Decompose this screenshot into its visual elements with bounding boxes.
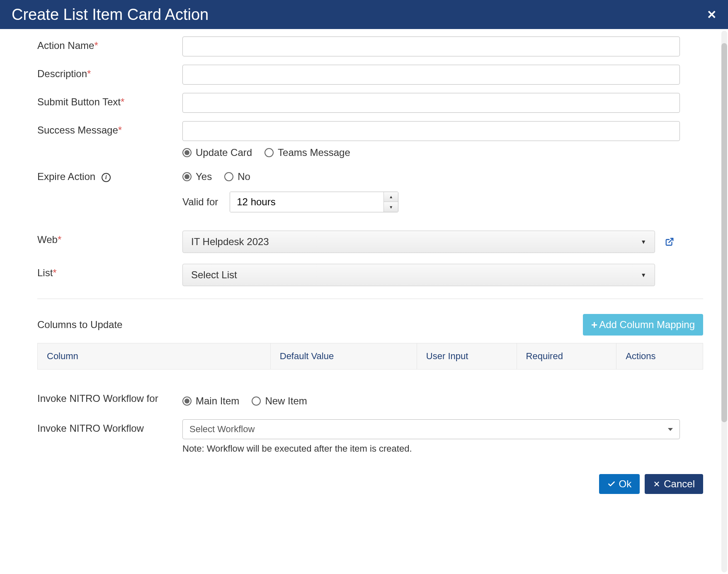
invoke-workflow-for-control: Main Item New Item	[182, 389, 703, 407]
radio-expire-yes[interactable]: Yes	[182, 171, 212, 182]
web-row: Web* IT Helpdesk 2023 ▼	[37, 231, 703, 253]
table-header-user-input[interactable]: User Input	[417, 343, 517, 370]
radio-main-item[interactable]: Main Item	[182, 395, 239, 407]
invoke-workflow-control: Select Workflow Note: Workflow will be e…	[182, 419, 703, 454]
valid-for-row: Valid for ▲ ▼	[182, 192, 703, 212]
success-message-row: Success Message*	[37, 121, 703, 141]
success-message-label: Success Message*	[37, 121, 182, 136]
list-control: Select List ▼	[182, 264, 703, 286]
radio-teams-message[interactable]: Teams Message	[265, 147, 350, 158]
chevron-down-icon: ▼	[641, 238, 646, 245]
invoke-workflow-select-text: Select Workflow	[189, 424, 255, 435]
message-type-radio-group: Update Card Teams Message	[182, 145, 703, 158]
radio-circle-icon	[252, 396, 261, 406]
radio-circle-icon	[224, 172, 233, 181]
invoke-workflow-row: Invoke NITRO Workflow Select Workflow No…	[37, 419, 703, 454]
valid-for-input[interactable]	[230, 192, 383, 212]
scrollbar-track[interactable]	[721, 31, 727, 572]
workflow-note: Note: Workflow will be executed after th…	[182, 443, 703, 454]
success-message-control	[182, 121, 703, 141]
invoke-workflow-label: Invoke NITRO Workflow	[37, 419, 182, 434]
table-header-default-value[interactable]: Default Value	[270, 343, 417, 370]
radio-expire-yes-label: Yes	[196, 171, 212, 182]
invoke-workflow-for-row: Invoke NITRO Workflow for Main Item New …	[37, 389, 703, 407]
action-name-control	[182, 36, 703, 56]
success-message-label-text: Success Message	[37, 124, 118, 136]
table-header-row: Column Default Value User Input Required…	[38, 343, 703, 370]
action-name-input[interactable]	[182, 36, 680, 56]
radio-teams-message-label: Teams Message	[278, 147, 350, 158]
list-dropdown[interactable]: Select List ▼	[182, 264, 655, 286]
description-label-text: Description	[37, 68, 87, 79]
web-dropdown[interactable]: IT Helpdesk 2023 ▼	[182, 231, 655, 253]
add-column-mapping-label: Add Column Mapping	[599, 319, 695, 331]
action-name-row: Action Name*	[37, 36, 703, 56]
list-dropdown-text: Select List	[191, 269, 237, 281]
description-label: Description*	[37, 65, 182, 80]
invoke-workflow-select[interactable]: Select Workflow	[182, 419, 680, 439]
add-column-mapping-button[interactable]: + Add Column Mapping	[583, 314, 703, 336]
chevron-down-icon: ▼	[641, 272, 646, 278]
web-label: Web*	[37, 231, 182, 246]
divider	[37, 299, 703, 299]
required-marker: *	[94, 40, 98, 51]
invoke-workflow-for-label: Invoke NITRO Workflow for	[37, 389, 182, 404]
radio-circle-icon	[182, 172, 192, 181]
table-header-actions[interactable]: Actions	[616, 343, 703, 370]
radio-circle-icon	[182, 148, 192, 157]
close-icon[interactable]: ✕	[707, 8, 716, 22]
radio-new-item-label: New Item	[265, 395, 307, 407]
web-control: IT Helpdesk 2023 ▼	[182, 231, 703, 253]
modal-title: Create List Item Card Action	[12, 6, 209, 24]
footer-buttons: Ok Cancel	[37, 474, 703, 494]
success-message-input[interactable]	[182, 121, 680, 141]
radio-update-card[interactable]: Update Card	[182, 147, 252, 158]
expire-action-label: Expire Action i	[37, 169, 182, 182]
info-icon[interactable]: i	[102, 173, 111, 182]
modal-body: Action Name* Description* Submit Button …	[0, 29, 728, 574]
radio-circle-icon	[182, 396, 192, 406]
action-name-label: Action Name*	[37, 36, 182, 51]
required-marker: *	[53, 267, 56, 278]
list-label-text: List	[37, 267, 53, 278]
message-type-spacer	[37, 145, 182, 148]
check-icon	[607, 480, 616, 488]
submit-button-text-input[interactable]	[182, 93, 680, 113]
radio-new-item[interactable]: New Item	[252, 395, 307, 407]
cancel-button-label: Cancel	[664, 478, 695, 490]
spinner-buttons: ▲ ▼	[383, 192, 398, 212]
submit-button-text-label-text: Submit Button Text	[37, 96, 121, 107]
description-row: Description*	[37, 65, 703, 85]
expire-action-label-text: Expire Action	[37, 171, 95, 182]
submit-button-text-label: Submit Button Text*	[37, 93, 182, 108]
expire-action-radio-group: Yes No	[182, 169, 703, 182]
spinner-up-button[interactable]: ▲	[384, 192, 398, 202]
required-marker: *	[118, 124, 122, 136]
external-link-icon[interactable]	[665, 237, 674, 246]
radio-expire-no[interactable]: No	[224, 171, 250, 182]
chevron-down-icon	[668, 428, 673, 431]
expire-action-control: Yes No Valid for ▲ ▼	[182, 169, 703, 212]
ok-button[interactable]: Ok	[599, 474, 640, 494]
modal-header: Create List Item Card Action ✕	[0, 0, 728, 29]
message-type-row: Update Card Teams Message	[37, 145, 703, 158]
required-marker: *	[121, 96, 124, 107]
web-label-text: Web	[37, 234, 58, 245]
valid-for-spinner: ▲ ▼	[230, 192, 398, 212]
radio-expire-no-label: No	[238, 171, 250, 182]
expire-action-row: Expire Action i Yes No Valid for ▲	[37, 169, 703, 212]
table-header-required[interactable]: Required	[517, 343, 616, 370]
svg-line-0	[669, 238, 673, 243]
list-label: List*	[37, 264, 182, 279]
cancel-button[interactable]: Cancel	[645, 474, 703, 494]
column-mapping-table: Column Default Value User Input Required…	[37, 343, 703, 370]
description-control	[182, 65, 703, 85]
ok-button-label: Ok	[619, 478, 632, 490]
radio-circle-icon	[265, 148, 274, 157]
table-header-column[interactable]: Column	[38, 343, 271, 370]
spinner-down-button[interactable]: ▼	[384, 202, 398, 212]
message-type-control: Update Card Teams Message	[182, 145, 703, 158]
scrollbar-thumb[interactable]	[721, 43, 727, 422]
valid-for-label: Valid for	[182, 196, 218, 208]
description-input[interactable]	[182, 65, 680, 85]
